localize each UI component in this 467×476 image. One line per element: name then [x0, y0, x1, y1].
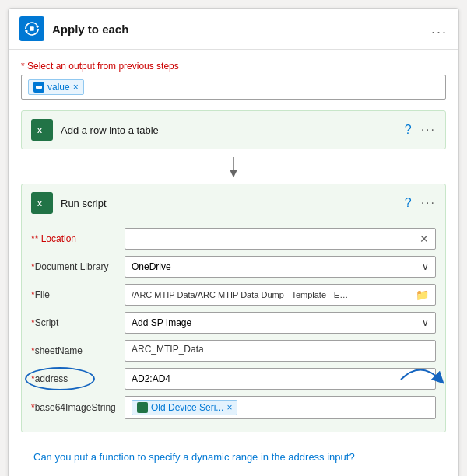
doc-library-label: *Document Library	[31, 261, 125, 272]
file-row: *File /ARC MTIP Data/ARC MTIP Data Dump …	[31, 284, 436, 306]
location-clear-btn[interactable]: ✕	[420, 233, 429, 245]
script-select[interactable]: Add SP Image ∨	[125, 312, 436, 334]
base64-tag-icon	[137, 402, 148, 413]
location-row: ** Location ✕	[31, 228, 436, 250]
add-row-title: Add a row into a table	[61, 124, 405, 136]
svg-rect-0	[30, 26, 33, 30]
tag-close-btn[interactable]: ×	[73, 82, 79, 93]
excel-icon-add-row: X	[31, 119, 53, 141]
run-script-block: X Run script ? ··· ** Location ✕	[21, 184, 446, 432]
run-script-dots[interactable]: ···	[421, 196, 436, 210]
card-header: Apply to each ...	[9, 9, 458, 50]
address-label: *address	[31, 373, 125, 384]
main-card: Apply to each ... * Select an output fro…	[8, 8, 459, 476]
header-dots[interactable]: ...	[431, 21, 448, 37]
add-row-dots[interactable]: ···	[421, 123, 436, 137]
address-input[interactable]: AD2:AD4	[125, 368, 436, 390]
file-input[interactable]: /ARC MTIP Data/ARC MTIP Data Dump - Temp…	[125, 284, 436, 306]
annotation-text: Can you put a function to specify a dyna…	[33, 450, 434, 465]
folder-icon[interactable]: 📁	[416, 289, 429, 301]
address-value: AD2:AD4	[132, 373, 170, 384]
file-value: /ARC MTIP Data/ARC MTIP Data Dump - Temp…	[132, 290, 349, 299]
header-title: Apply to each	[52, 23, 431, 36]
address-arrow-annotation	[397, 368, 444, 391]
script-chevron-icon: ∨	[422, 317, 429, 328]
add-row-help[interactable]: ?	[405, 123, 412, 137]
svg-marker-5	[230, 170, 237, 177]
script-row: *Script Add SP Image ∨	[31, 312, 436, 334]
select-output-label: * Select an output from previous steps	[21, 61, 446, 72]
run-script-header: X Run script ? ···	[22, 184, 445, 222]
chevron-down-icon: ∨	[422, 261, 429, 272]
svg-text:X: X	[37, 127, 42, 135]
file-label: *File	[31, 289, 125, 300]
run-script-form: ** Location ✕ *Document Library OneDrive…	[22, 222, 445, 432]
variable-icon	[33, 82, 44, 93]
tag-text: value	[47, 82, 70, 93]
svg-rect-8	[139, 404, 146, 411]
sheet-name-input[interactable]: ARC_MTIP_Data	[125, 340, 436, 362]
sheet-name-row: *sheetName ARC_MTIP_Data	[31, 340, 436, 362]
value-tag[interactable]: value ×	[28, 79, 84, 95]
sheet-name-value: ARC_MTIP_Data	[132, 344, 204, 355]
document-library-row: *Document Library OneDrive ∨	[31, 256, 436, 278]
script-value: Add SP Image	[132, 317, 191, 328]
base64-tag-close[interactable]: ×	[226, 402, 232, 413]
card-body: * Select an output from previous steps v…	[9, 50, 458, 476]
add-row-header: X Add a row into a table ? ···	[22, 111, 445, 149]
script-label: *Script	[31, 317, 125, 328]
arrow-connector	[21, 152, 446, 184]
svg-rect-1	[36, 86, 42, 89]
document-library-select[interactable]: OneDrive ∨	[125, 256, 436, 278]
run-script-title: Run script	[61, 198, 405, 209]
base64-input[interactable]: Old Device Seri... ×	[125, 396, 436, 419]
address-row: *address AD2:AD4	[31, 368, 436, 390]
down-arrow-svg	[226, 157, 241, 179]
base64-label: *base64ImageString	[31, 402, 125, 413]
doc-library-value: OneDrive	[132, 261, 171, 272]
base64-tag[interactable]: Old Device Seri... ×	[132, 400, 237, 415]
svg-text:X: X	[37, 200, 42, 208]
excel-icon-run-script: X	[31, 192, 53, 214]
value-tag-input[interactable]: value ×	[21, 75, 446, 100]
annotation-area: Can you put a function to specify a dyna…	[21, 442, 446, 476]
base64-row: *base64ImageString Old Device Seri... ×	[31, 396, 436, 419]
loop-svg	[25, 22, 39, 36]
location-label: ** Location	[31, 233, 125, 244]
loop-icon	[19, 16, 44, 41]
excel-run-svg: X	[36, 197, 48, 209]
run-script-help[interactable]: ?	[405, 196, 412, 210]
location-input[interactable]: ✕	[125, 228, 436, 250]
excel-svg: X	[36, 124, 48, 136]
sheet-name-label: *sheetName	[31, 345, 125, 356]
add-row-block: X Add a row into a table ? ···	[21, 110, 446, 149]
base64-tag-text: Old Device Seri...	[151, 402, 223, 413]
